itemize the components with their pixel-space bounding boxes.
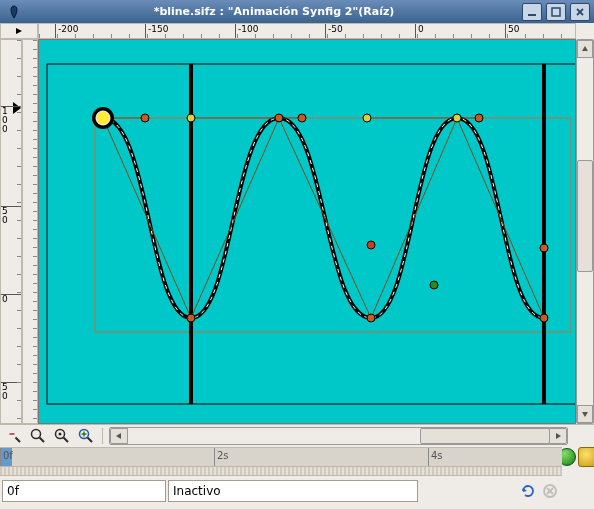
canvas-viewport[interactable]	[38, 39, 576, 424]
refresh-button[interactable]	[518, 481, 538, 501]
zoom-in-button[interactable]	[76, 426, 96, 446]
svg-point-26	[540, 314, 548, 322]
status-text-field[interactable]	[168, 480, 418, 502]
svg-point-20	[298, 114, 306, 122]
app-icon	[6, 4, 22, 20]
scroll-down-button[interactable]	[577, 405, 593, 423]
scrollbar-thumb[interactable]	[420, 428, 550, 444]
svg-point-23	[363, 114, 371, 122]
svg-point-24	[453, 114, 461, 122]
svg-point-19	[275, 114, 283, 122]
scroll-left-button[interactable]	[110, 428, 128, 444]
zoom-reset-button[interactable]	[28, 426, 48, 446]
svg-point-21	[367, 314, 375, 322]
scrollbar-thumb[interactable]	[577, 160, 593, 272]
window-title: *bline.sifz : "Animación Synfig 2"(Raíz)	[26, 5, 522, 18]
horizontal-scrollbar[interactable]	[109, 427, 568, 445]
svg-line-11	[371, 118, 457, 318]
svg-rect-2	[47, 64, 575, 404]
svg-point-15	[96, 111, 110, 125]
svg-line-12	[457, 118, 544, 318]
zoom-out-button[interactable]	[4, 426, 24, 446]
minimize-button[interactable]	[522, 3, 542, 21]
svg-point-17	[187, 314, 195, 322]
app-window: *bline.sifz : "Animación Synfig 2"(Raíz)…	[0, 0, 594, 509]
vertical-ruler[interactable]: 1 0 05 005 0	[0, 39, 22, 424]
scroll-right-button[interactable]	[549, 428, 567, 444]
pane-grip[interactable]	[0, 466, 562, 476]
status-bar	[0, 476, 562, 508]
zoom-toolbar	[0, 424, 594, 447]
svg-rect-0	[528, 14, 536, 16]
zoom-fit-button[interactable]	[52, 426, 72, 446]
close-button[interactable]	[570, 3, 590, 21]
horizontal-ruler[interactable]: -200-150-100-50050	[38, 23, 576, 39]
vertical-ruler-inner[interactable]	[22, 39, 38, 424]
svg-point-16	[141, 114, 149, 122]
svg-point-32	[32, 430, 41, 439]
svg-line-33	[40, 438, 45, 443]
current-time-field[interactable]	[2, 480, 166, 502]
svg-line-38	[88, 438, 93, 443]
svg-point-22	[367, 241, 375, 249]
svg-line-10	[279, 118, 371, 318]
timeline-ruler[interactable]: 0f2s4s	[0, 447, 562, 466]
svg-point-18	[187, 114, 195, 122]
timeline-side-column	[562, 447, 594, 509]
svg-point-27	[540, 244, 548, 252]
titlebar[interactable]: *bline.sifz : "Animación Synfig 2"(Raíz)	[0, 0, 594, 23]
svg-line-8	[191, 118, 279, 318]
svg-rect-1	[552, 8, 560, 16]
svg-line-6	[103, 118, 191, 318]
svg-line-35	[64, 438, 69, 443]
vertical-scrollbar[interactable]	[576, 39, 594, 424]
svg-rect-3	[95, 118, 571, 332]
svg-point-25	[475, 114, 483, 122]
keyframe-lock-icon[interactable]	[578, 447, 594, 467]
svg-point-36	[59, 433, 62, 436]
cancel-button	[540, 481, 560, 501]
scroll-up-button[interactable]	[577, 40, 593, 58]
svg-line-30	[16, 438, 21, 443]
maximize-button[interactable]	[546, 3, 566, 21]
svg-point-28	[430, 281, 438, 289]
ruler-corner-button[interactable]	[0, 23, 38, 39]
